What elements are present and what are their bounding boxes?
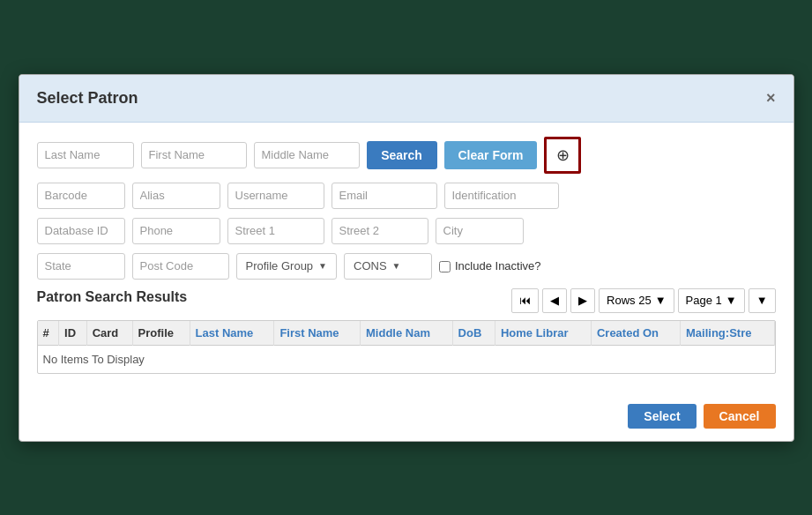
modal-footer: Select Cancel [19,395,793,441]
col-mailing-street[interactable]: Mailing:Stre [681,321,774,346]
identification-input[interactable] [444,183,559,209]
phone-input[interactable] [132,218,220,244]
rows-label: Rows 25 [607,294,652,307]
rows-select[interactable]: Rows 25 ▼ [599,288,674,313]
profile-group-arrow-icon: ▼ [318,261,327,271]
form-row-4: Profile Group ▼ CONS ▼ Include Inactive? [37,253,776,280]
street2-input[interactable] [332,218,428,244]
page-label: Page 1 [686,294,722,307]
first-name-input[interactable] [141,142,247,168]
profile-group-dropdown[interactable]: Profile Group ▼ [236,253,338,280]
results-table: # ID Card Profile Last Name First Name M… [38,321,775,373]
first-page-icon: ⏮ [519,294,531,307]
col-middle-name[interactable]: Middle Nam [361,321,453,346]
email-input[interactable] [332,183,437,209]
last-name-input[interactable] [37,142,134,168]
username-input[interactable] [227,183,324,209]
profile-group-label: Profile Group [246,259,314,272]
modal-title: Select Patron [37,89,138,108]
prev-page-icon: ◀ [550,294,559,307]
form-row-3 [37,218,776,244]
cancel-button[interactable]: Cancel [704,404,776,429]
close-button[interactable]: × [766,89,776,108]
pagination-controls: ⏮ ◀ ▶ Rows 25 ▼ Page 1 ▼ ▼ [511,288,775,313]
clear-form-button[interactable]: Clear Form [444,141,538,169]
col-dob[interactable]: DoB [452,321,495,346]
col-profile: Profile [132,321,190,346]
rows-arrow-icon: ▼ [655,294,667,307]
city-input[interactable] [436,218,524,244]
col-first-name[interactable]: First Name [274,321,361,346]
page-arrow-icon: ▼ [726,294,737,307]
state-input[interactable] [37,253,125,280]
search-button[interactable]: Search [367,141,437,169]
more-options-button[interactable]: ▼ [749,288,776,313]
form-row-2 [37,183,776,209]
modal-body: Search Clear Form ⊕ Profi [19,123,793,395]
page-select[interactable]: Page 1 ▼ [678,288,745,313]
cons-dropdown[interactable]: CONS ▼ [344,253,432,280]
street1-input[interactable] [227,218,324,244]
select-patron-modal: Select Patron × Search Clear Form ⊕ [19,74,794,442]
modal-header: Select Patron × [19,75,793,123]
col-hash: # [38,321,59,346]
results-header: Patron Search Results ⏮ ◀ ▶ Rows 25 ▼ Pa… [37,288,776,313]
table-body: No Items To Display [38,345,775,373]
barcode-input[interactable] [37,183,125,209]
cons-arrow-icon: ▼ [392,261,401,271]
results-table-container: # ID Card Profile Last Name First Name M… [37,320,776,374]
col-id: ID [59,321,87,346]
include-inactive-checkbox[interactable] [439,261,451,272]
select-button[interactable]: Select [628,404,696,429]
postcode-input[interactable] [132,253,229,280]
col-created-on[interactable]: Created On [591,321,680,346]
cons-label: CONS [354,259,387,272]
alias-input[interactable] [132,183,220,209]
col-home-library[interactable]: Home Librar [495,321,591,346]
col-last-name[interactable]: Last Name [190,321,274,346]
results-title: Patron Search Results [37,289,188,305]
next-page-icon: ▶ [578,294,587,307]
add-icon-button[interactable]: ⊕ [544,137,581,174]
first-page-button[interactable]: ⏮ [511,288,539,313]
include-inactive-group: Include Inactive? [439,259,541,272]
prev-page-button[interactable]: ◀ [542,288,567,313]
col-card: Card [86,321,132,346]
no-items-label: No Items To Display [38,345,775,373]
plus-icon: ⊕ [556,146,570,165]
form-row-1: Search Clear Form ⊕ [37,137,776,174]
table-header: # ID Card Profile Last Name First Name M… [38,321,775,346]
database-id-input[interactable] [37,218,125,244]
next-page-button[interactable]: ▶ [570,288,595,313]
middle-name-input[interactable] [254,142,360,168]
no-items-row: No Items To Display [38,345,775,373]
include-inactive-label: Include Inactive? [455,259,541,272]
more-options-icon: ▼ [756,294,768,307]
